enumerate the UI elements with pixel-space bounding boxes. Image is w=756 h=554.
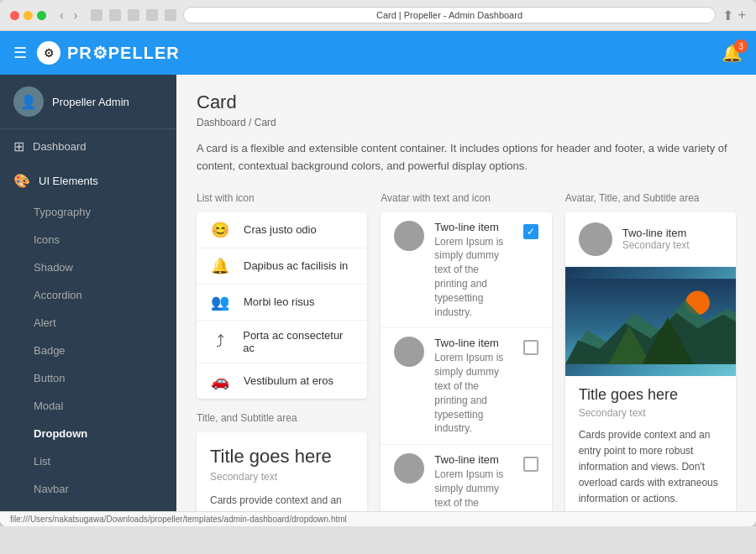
sidebar-item-shadow[interactable]: Shadow: [0, 253, 176, 281]
avatar-list-item-1: Two-line item Lorem Ipsum is simply dumm…: [381, 212, 551, 329]
list-text-4: Porta ac consectetur ac: [243, 329, 354, 354]
card-item-title: Two-line item: [622, 227, 690, 239]
browser-nav: ‹ ›: [56, 7, 81, 24]
close-button[interactable]: [10, 11, 19, 20]
sub-text: Secondary text: [579, 407, 722, 419]
body-description: Cards provide context and an entry point…: [579, 427, 722, 508]
notification-button[interactable]: 🔔 3: [722, 43, 743, 63]
avatar-title-card: Two-line item Secondary text: [565, 212, 736, 511]
logo-area: ⚙ PR⚙PELLER: [37, 41, 180, 65]
breadcrumb-current: Card: [255, 117, 276, 128]
item-content-2: Two-line item Lorem Ipsum is simply dumm…: [434, 337, 512, 436]
item-subtitle-1: Lorem Ipsum is simply dummy text of the …: [434, 235, 512, 320]
sidebar: 👤 Propeller Admin ⊞ Dashboard 🎨 UI Eleme…: [0, 75, 176, 511]
breadcrumb-sep: /: [249, 117, 255, 128]
sidebar-item-navbar[interactable]: Navbar: [0, 475, 176, 503]
sidebar-item-accordion[interactable]: Accordion: [0, 281, 176, 309]
item-title-1: Two-line item: [434, 221, 512, 233]
minimize-button[interactable]: [24, 11, 33, 20]
logo-text: PR⚙PELLER: [67, 43, 180, 63]
avatar-list-item-2: Two-line item Lorem Ipsum is simply dumm…: [381, 328, 551, 445]
toolbar-icon-4: [146, 9, 158, 21]
sidebar-item-dropdown[interactable]: Dropdown: [0, 420, 176, 447]
list-icon-2: 🔔: [210, 257, 230, 275]
avatar-list-item-3: Two-line item Lorem Ipsum is simply dumm…: [381, 445, 551, 511]
big-title: Title goes here: [579, 386, 722, 404]
sidebar-item-modal[interactable]: Modal: [0, 392, 176, 420]
title-card-subtitle: Secondary text: [210, 471, 354, 483]
item-content-3: Two-line item Lorem Ipsum is simply dumm…: [434, 453, 512, 511]
title-section-title: Title, and Subtitle area: [197, 412, 367, 424]
new-tab-button[interactable]: +: [738, 8, 746, 23]
browser-titlebar: ‹ › Card | Propeller - Admin Dashboard ⬆…: [0, 0, 756, 31]
avatar-title-section-title: Avatar, Title, and Subtitle area: [565, 192, 736, 204]
list-item: 🚗 Vestibulum at eros: [197, 363, 367, 399]
maximize-button[interactable]: [37, 11, 46, 20]
cards-grid: List with icon 😊 Cras justo odio 🔔 Dapib…: [197, 192, 736, 511]
main-layout: 👤 Propeller Admin ⊞ Dashboard 🎨 UI Eleme…: [0, 75, 756, 511]
list-icon-4: ⤴: [210, 332, 229, 351]
sidebar-item-popover[interactable]: Popover: [0, 503, 176, 511]
toolbar-icon-5: [165, 9, 176, 21]
list-text-5: Vestibulum at eros: [244, 374, 333, 387]
hamburger-button[interactable]: ☰: [13, 44, 27, 62]
window-controls: [10, 11, 46, 20]
back-button[interactable]: ‹: [56, 7, 67, 24]
logo-icon: ⚙: [37, 41, 60, 65]
card-image: [565, 267, 736, 376]
user-name: Propeller Admin: [52, 96, 129, 108]
ui-elements-icon: 🎨: [13, 173, 30, 189]
avatar-card-section: Avatar with text and icon Two-line item …: [381, 192, 551, 511]
toolbar-icon-1: [91, 9, 102, 21]
app-container: ☰ ⚙ PR⚙PELLER 🔔 3 👤 Propeller Admin ⊞: [0, 31, 756, 526]
checkbox-2[interactable]: [523, 340, 538, 355]
sidebar-item-label-dashboard: Dashboard: [33, 140, 87, 153]
sidebar-item-dashboard[interactable]: ⊞ Dashboard: [0, 129, 176, 164]
content-area: Card Dashboard / Card A card is a flexib…: [176, 75, 756, 511]
top-navigation: ☰ ⚙ PR⚙PELLER 🔔 3: [0, 31, 756, 75]
sidebar-item-list[interactable]: List: [0, 447, 176, 475]
sidebar-item-typography[interactable]: Typography: [0, 198, 176, 226]
breadcrumb-home[interactable]: Dashboard: [197, 117, 246, 128]
title-card: Title goes here Secondary text Cards pro…: [197, 432, 367, 511]
item-title-2: Two-line item: [434, 337, 512, 349]
url-bar[interactable]: Card | Propeller - Admin Dashboard: [183, 7, 715, 24]
card-item-sub: Secondary text: [622, 239, 690, 251]
sidebar-item-ui-elements[interactable]: 🎨 UI Elements: [0, 164, 176, 198]
page-description: A card is a flexible and extensible cont…: [197, 140, 736, 175]
item-title-3: Two-line item: [434, 453, 512, 466]
item-avatar-3: [394, 453, 424, 483]
item-avatar-1: [394, 221, 424, 251]
browser-window: ‹ › Card | Propeller - Admin Dashboard ⬆…: [0, 0, 756, 526]
item-subtitle-3: Lorem Ipsum is simply dummy text of the …: [434, 468, 512, 511]
item-subtitle-2: Lorem Ipsum is simply dummy text of the …: [434, 351, 512, 436]
avatar-title-section: Avatar, Title, and Subtitle area Two-lin…: [565, 192, 736, 511]
title-card-body: Cards provide context and an entry point…: [210, 493, 354, 511]
toolbar-icon-2: [109, 9, 121, 21]
list-card: 😊 Cras justo odio 🔔 Dapibus ac facilisis…: [197, 212, 367, 399]
list-icon-3: 👥: [210, 293, 230, 311]
status-bar: file:///Users/nakatsugawa/Downloads/prop…: [0, 511, 756, 526]
avatar-title-header: Two-line item Secondary text: [565, 212, 736, 267]
forward-button[interactable]: ›: [71, 7, 81, 24]
list-with-icon-section: List with icon 😊 Cras justo odio 🔔 Dapib…: [197, 192, 367, 511]
list-text-2: Dapibus ac facilisis in: [244, 259, 348, 272]
title-card-title: Title goes here: [210, 446, 354, 468]
sidebar-item-label-ui: UI Elements: [39, 175, 98, 187]
sidebar-item-alert[interactable]: Alert: [0, 309, 176, 337]
avatar-card: Two-line item Lorem Ipsum is simply dumm…: [381, 212, 551, 511]
list-item: 😊 Cras justo odio: [197, 212, 367, 248]
user-avatar: 👤: [13, 86, 44, 117]
page-title: Card: [197, 91, 736, 113]
checkbox-3[interactable]: [523, 457, 538, 472]
sidebar-item-icons[interactable]: Icons: [0, 226, 176, 253]
list-item: 👥 Morbi leo risus: [197, 285, 367, 321]
share-button[interactable]: ⬆: [722, 8, 733, 24]
notification-badge: 3: [734, 39, 748, 53]
sidebar-item-button[interactable]: Button: [0, 364, 176, 392]
list-icon-5: 🚗: [210, 372, 230, 390]
checkbox-1[interactable]: ✓: [523, 224, 538, 239]
avatar-title-info: Two-line item Secondary text: [622, 227, 690, 251]
item-avatar-2: [394, 337, 424, 367]
sidebar-item-badge[interactable]: Badge: [0, 337, 176, 364]
